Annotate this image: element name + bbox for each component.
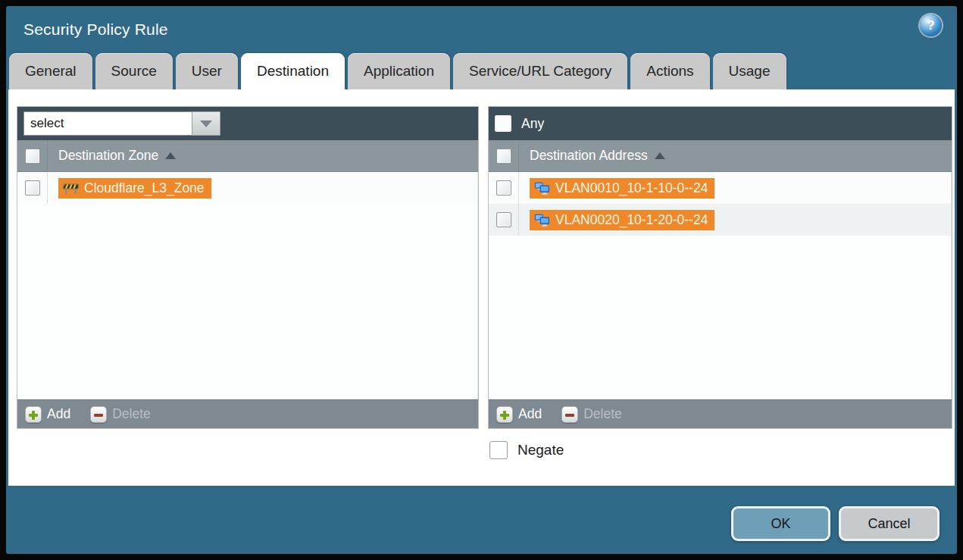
address-delete-button[interactable]: Delete	[561, 406, 622, 423]
plus-icon	[25, 406, 42, 423]
address-add-button[interactable]: Add	[496, 406, 542, 423]
tab-destination[interactable]: Destination	[241, 53, 345, 89]
row-checkbox-cell	[489, 172, 519, 204]
any-checkbox[interactable]	[495, 115, 511, 132]
zone-select-all-cell	[17, 140, 48, 171]
page-title: Security Policy Rule	[23, 20, 168, 39]
security-policy-rule-dialog: Security Policy Rule ? GeneralSourceUser…	[6, 6, 957, 554]
row-checkbox[interactable]	[25, 180, 40, 196]
zone-filter-dropdown-button[interactable]	[192, 111, 220, 136]
any-label: Any	[521, 116, 544, 132]
dialog-content: Destination Zone Cloudflare_L3_Zone Add …	[8, 89, 955, 486]
destination-address-panel: Any Destination Address VLAN0010_10-1-10…	[488, 106, 952, 429]
sort-ascending-icon	[165, 152, 176, 159]
row-checkbox-cell	[17, 172, 48, 204]
row-checkbox-cell	[489, 204, 519, 236]
tab-user[interactable]: User	[176, 53, 238, 89]
tab-application[interactable]: Application	[348, 53, 450, 89]
negate-row: Negate	[489, 441, 564, 459]
help-icon[interactable]: ?	[920, 14, 942, 36]
row-checkbox[interactable]	[496, 212, 511, 227]
address-panel-footer: Add Delete	[489, 399, 952, 428]
zone-panel-footer: Add Delete	[17, 399, 478, 428]
tab-usage[interactable]: Usage	[713, 53, 786, 89]
chip-label: Cloudflare_L3_Zone	[84, 180, 205, 196]
address-chip[interactable]: VLAN0010_10-1-10-0--24	[530, 178, 714, 199]
zone-column-header-row: Destination Zone	[17, 140, 478, 172]
minus-icon	[561, 406, 578, 423]
destination-zone-panel: Destination Zone Cloudflare_L3_Zone Add …	[17, 106, 479, 429]
zone-panel-header	[17, 107, 478, 140]
address-icon	[534, 182, 550, 195]
address-list: VLAN0010_10-1-10-0--24VLAN0020_10-1-20-0…	[489, 172, 952, 399]
chip-label: VLAN0010_10-1-10-0--24	[555, 180, 708, 196]
tab-service-url-category[interactable]: Service/URL Category	[453, 53, 627, 89]
zone-filter-combo	[23, 111, 220, 136]
zone-add-button[interactable]: Add	[25, 406, 70, 423]
ok-button[interactable]: OK	[731, 506, 830, 541]
zone-delete-button[interactable]: Delete	[90, 406, 151, 423]
address-select-all-checkbox[interactable]	[496, 149, 511, 164]
address-icon	[534, 214, 550, 227]
zone-filter-input[interactable]	[23, 111, 192, 136]
tab-source[interactable]: Source	[95, 53, 173, 89]
table-row: VLAN0020_10-1-20-0--24	[489, 204, 951, 236]
address-panel-header: Any	[489, 107, 952, 140]
row-checkbox[interactable]	[496, 180, 511, 196]
chip-label: VLAN0020_10-1-20-0--24	[555, 212, 708, 228]
negate-checkbox[interactable]	[489, 441, 508, 459]
minus-icon	[90, 406, 107, 423]
sort-ascending-icon	[655, 152, 665, 159]
zone-chip[interactable]: Cloudflare_L3_Zone	[58, 178, 211, 199]
tab-general[interactable]: General	[9, 53, 92, 89]
address-chip[interactable]: VLAN0020_10-1-20-0--24	[530, 210, 714, 230]
address-column-header-row: Destination Address	[489, 140, 952, 172]
address-column-header[interactable]: Destination Address	[530, 148, 648, 164]
zone-column-header[interactable]: Destination Zone	[58, 148, 158, 164]
table-row: Cloudflare_L3_Zone	[17, 172, 477, 204]
chevron-down-icon	[200, 120, 212, 127]
plus-icon	[496, 406, 513, 423]
zone-icon	[63, 182, 79, 195]
table-row: VLAN0010_10-1-10-0--24	[489, 172, 951, 204]
tab-actions[interactable]: Actions	[630, 53, 709, 89]
tab-bar: GeneralSourceUserDestinationApplicationS…	[9, 53, 786, 89]
zone-select-all-checkbox[interactable]	[25, 149, 40, 164]
zone-list: Cloudflare_L3_Zone	[17, 172, 478, 399]
cancel-button[interactable]: Cancel	[839, 506, 940, 541]
negate-label: Negate	[517, 442, 564, 458]
address-select-all-cell	[489, 140, 519, 171]
